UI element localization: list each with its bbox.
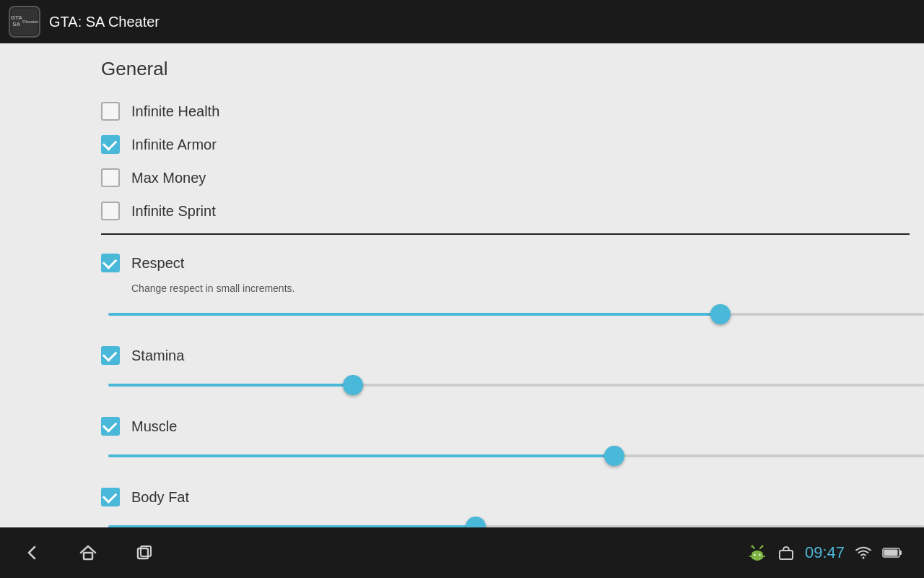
body-fat-slider[interactable] <box>108 514 924 527</box>
checkbox-muscle[interactable] <box>101 417 120 436</box>
app-bar: GTASACheater GTA: SA Cheater <box>0 0 924 43</box>
app-icon-inner: GTASACheater <box>12 9 38 35</box>
wifi-icon <box>855 544 872 561</box>
svg-rect-13 <box>780 551 793 559</box>
checkbox-stamina[interactable] <box>101 346 120 365</box>
checkbox-label-infinite-health: Infinite Health <box>131 103 219 120</box>
slider-section-body-fat: Body Fat <box>101 480 924 527</box>
store-icon <box>777 544 795 561</box>
svg-point-9 <box>751 545 753 548</box>
checkbox-label-infinite-sprint: Infinite Sprint <box>131 203 216 220</box>
svg-point-14 <box>863 557 865 559</box>
checkbox-respect[interactable] <box>101 254 120 272</box>
body-fat-thumb[interactable] <box>466 517 486 527</box>
stamina-track-fill <box>108 384 353 387</box>
checkbox-label-respect: Respect <box>131 255 184 272</box>
checkbox-label-infinite-armor: Infinite Armor <box>131 137 217 153</box>
checkbox-body-fat[interactable] <box>101 488 120 506</box>
svg-rect-17 <box>884 550 898 556</box>
bottom-bar: 09:47 <box>0 527 924 578</box>
respect-thumb[interactable] <box>710 304 731 324</box>
slider-section-stamina: Stamina <box>101 339 924 398</box>
svg-rect-16 <box>899 551 902 555</box>
respect-description: Change respect in small increments. <box>131 282 924 294</box>
status-time: 09:47 <box>805 543 845 562</box>
home-button[interactable] <box>78 543 98 563</box>
battery-icon <box>882 547 902 558</box>
muscle-track-fill <box>108 454 614 457</box>
section-divider <box>101 233 910 235</box>
body-fat-track-fill <box>108 525 476 527</box>
section-title: General <box>101 58 924 80</box>
checkbox-infinite-sprint[interactable] <box>101 202 120 220</box>
main-content: General Infinite Health Infinite Armor M… <box>0 43 924 527</box>
checkboxes-container: Infinite Health Infinite Armor Max Money… <box>101 95 924 228</box>
checkbox-infinite-armor[interactable] <box>101 135 120 154</box>
svg-rect-0 <box>84 553 92 559</box>
stamina-slider[interactable] <box>108 372 924 398</box>
status-icons: 09:47 <box>747 543 902 563</box>
respect-track-fill <box>108 313 720 316</box>
app-title: GTA: SA Cheater <box>49 14 160 30</box>
checkbox-row-infinite-sprint[interactable]: Infinite Sprint <box>101 194 924 228</box>
app-icon: GTASACheater <box>9 6 40 38</box>
muscle-slider[interactable] <box>108 443 924 469</box>
checkbox-label-body-fat: Body Fat <box>131 489 189 506</box>
slider-section-respect: Respect Change respect in small incremen… <box>101 246 924 327</box>
checkbox-max-money[interactable] <box>101 168 120 187</box>
recents-button[interactable] <box>134 543 154 563</box>
back-button[interactable] <box>22 543 42 563</box>
checkbox-row-stamina[interactable]: Stamina <box>101 339 924 372</box>
respect-slider[interactable] <box>108 301 924 327</box>
stamina-thumb[interactable] <box>343 375 363 395</box>
sliders-container: Respect Change respect in small incremen… <box>101 246 924 527</box>
svg-point-6 <box>759 554 760 556</box>
checkbox-row-infinite-health[interactable]: Infinite Health <box>101 95 924 128</box>
checkbox-infinite-health[interactable] <box>101 102 120 121</box>
svg-point-10 <box>761 545 763 548</box>
checkbox-label-muscle: Muscle <box>131 418 177 435</box>
muscle-thumb[interactable] <box>604 446 624 466</box>
checkbox-row-max-money[interactable]: Max Money <box>101 161 924 194</box>
android-icon <box>747 543 767 563</box>
slider-section-muscle: Muscle <box>101 410 924 469</box>
checkbox-label-max-money: Max Money <box>131 170 206 186</box>
svg-point-5 <box>754 554 755 556</box>
checkbox-row-infinite-armor[interactable]: Infinite Armor <box>101 128 924 161</box>
checkbox-row-respect[interactable]: Respect <box>101 246 924 280</box>
nav-buttons <box>22 543 154 563</box>
checkbox-row-muscle[interactable]: Muscle <box>101 410 924 443</box>
svg-rect-4 <box>751 553 763 559</box>
checkbox-label-stamina: Stamina <box>131 348 184 364</box>
checkbox-row-body-fat[interactable]: Body Fat <box>101 480 924 514</box>
